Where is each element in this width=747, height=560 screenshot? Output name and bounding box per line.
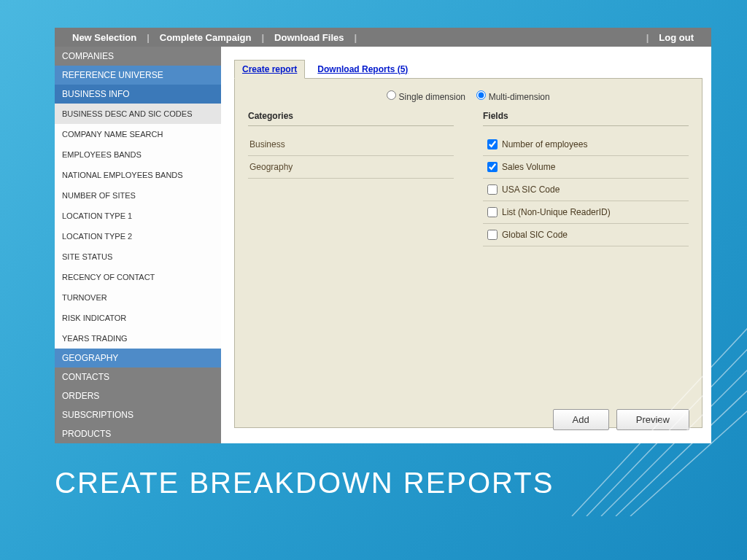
tab-download-reports[interactable]: Download Reports (5) xyxy=(309,60,416,79)
checkbox-number-of-employees[interactable] xyxy=(487,139,498,149)
nav-download-files[interactable]: Download Files xyxy=(264,32,354,43)
sidebar-companies[interactable]: COMPANIES xyxy=(55,47,221,66)
sidebar-item-employees-bands[interactable]: EMPLOYEES BANDS xyxy=(55,144,221,165)
radio-single-dimension-input[interactable] xyxy=(387,90,396,100)
field-list-non-unique-readerid[interactable]: List (Non-Unique ReaderID) xyxy=(483,201,689,224)
sidebar-item-location-type-2[interactable]: LOCATION TYPE 2 xyxy=(55,226,221,246)
preview-button[interactable]: Preview xyxy=(616,409,689,430)
sidebar-item-location-type-1[interactable]: LOCATION TYPE 1 xyxy=(55,206,221,226)
radio-single-dimension-label: Single dimension xyxy=(399,92,465,102)
sidebar: COMPANIES REFERENCE UNIVERSE BUSINESS IN… xyxy=(55,47,221,443)
columns: Categories Business Geography Fields Num… xyxy=(248,111,689,246)
sidebar-item-recency-of-contact[interactable]: RECENCY OF CONTACT xyxy=(55,267,221,287)
fields-header: Fields xyxy=(483,111,689,126)
radio-multi-dimension[interactable]: Multi-dimension xyxy=(476,92,549,102)
checkbox-list-non-unique-readerid[interactable] xyxy=(487,207,498,217)
report-panel: Single dimension Multi-dimension Categor… xyxy=(234,78,703,428)
checkbox-sales-volume[interactable] xyxy=(487,162,498,172)
radio-multi-dimension-input[interactable] xyxy=(476,90,486,100)
radio-multi-dimension-label: Multi-dimension xyxy=(489,92,550,102)
nav-divider: | xyxy=(354,32,357,43)
fields-column: Fields Number of employees Sales Volume … xyxy=(483,111,689,246)
tab-row: Create report Download Reports (5) xyxy=(234,60,703,79)
nav-logout[interactable]: Log out xyxy=(649,32,704,43)
dimension-selector: Single dimension Multi-dimension xyxy=(248,88,689,111)
sidebar-orders[interactable]: ORDERS xyxy=(55,386,221,405)
app-window: New Selection | Complete Campaign | Down… xyxy=(55,28,711,443)
field-label: List (Non-Unique ReaderID) xyxy=(502,207,611,217)
field-label: Number of employees xyxy=(502,139,587,149)
sidebar-item-turnover[interactable]: TURNOVER xyxy=(55,287,221,308)
radio-single-dimension[interactable]: Single dimension xyxy=(387,92,468,102)
nav-complete-campaign[interactable]: Complete Campaign xyxy=(150,32,262,43)
main-area: Create report Download Reports (5) Singl… xyxy=(221,47,711,443)
top-nav-bar: New Selection | Complete Campaign | Down… xyxy=(55,28,711,47)
sidebar-item-risk-indicator[interactable]: RISK INDICATOR xyxy=(55,308,221,328)
sidebar-item-company-name-search[interactable]: COMPANY NAME SEARCH xyxy=(55,124,221,144)
category-business[interactable]: Business xyxy=(248,133,454,156)
sidebar-geography[interactable]: GEOGRAPHY xyxy=(55,349,221,368)
sidebar-reference-universe[interactable]: REFERENCE UNIVERSE xyxy=(55,66,221,85)
sidebar-item-national-employees-bands[interactable]: NATIONAL EMPLOYEES BANDS xyxy=(55,165,221,185)
field-number-of-employees[interactable]: Number of employees xyxy=(483,133,689,156)
sidebar-contacts[interactable]: CONTACTS xyxy=(55,368,221,386)
field-usa-sic-code[interactable]: USA SIC Code xyxy=(483,179,689,201)
sidebar-products[interactable]: PRODUCTS xyxy=(55,424,221,443)
categories-header: Categories xyxy=(248,111,454,126)
field-global-sic-code[interactable]: Global SIC Code xyxy=(483,224,689,246)
category-geography[interactable]: Geography xyxy=(248,156,454,179)
sidebar-subscriptions[interactable]: SUBSCRIPTIONS xyxy=(55,405,221,424)
field-label: Global SIC Code xyxy=(502,230,568,240)
slide-title: CREATE BREAKDOWN REPORTS xyxy=(55,467,554,499)
sidebar-item-number-of-sites[interactable]: NUMBER OF SITES xyxy=(55,185,221,206)
field-label: USA SIC Code xyxy=(502,184,560,195)
field-label: Sales Volume xyxy=(502,162,555,172)
tab-create-report[interactable]: Create report xyxy=(234,60,305,79)
checkbox-usa-sic-code[interactable] xyxy=(487,184,498,195)
checkbox-global-sic-code[interactable] xyxy=(487,230,498,240)
add-button[interactable]: Add xyxy=(553,409,609,430)
nav-new-selection[interactable]: New Selection xyxy=(62,32,147,43)
button-row: Add Preview xyxy=(553,409,689,430)
sidebar-business-info[interactable]: BUSINESS INFO xyxy=(55,85,221,104)
app-body: COMPANIES REFERENCE UNIVERSE BUSINESS IN… xyxy=(55,47,711,443)
sidebar-item-business-desc[interactable]: BUSINESS DESC AND SIC CODES xyxy=(55,104,221,124)
sidebar-item-site-status[interactable]: SITE STATUS xyxy=(55,246,221,267)
categories-column: Categories Business Geography xyxy=(248,111,454,246)
sidebar-item-years-trading[interactable]: YEARS TRADING xyxy=(55,328,221,349)
field-sales-volume[interactable]: Sales Volume xyxy=(483,156,689,179)
